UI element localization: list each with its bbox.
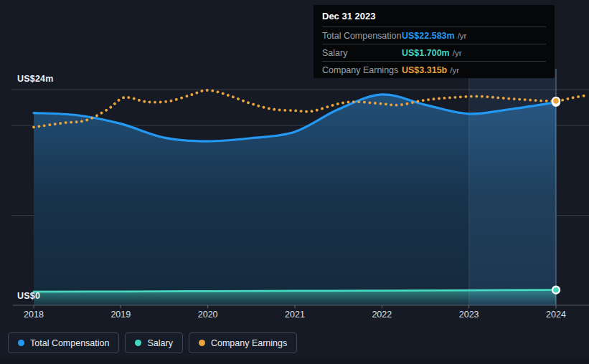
bottom-edge-strip: [0, 358, 589, 364]
tooltip-date-title: Dec 31 2023: [322, 5, 546, 27]
tooltip-row-salary: Salary US$1.700m /yr: [322, 44, 546, 61]
y-axis-label-top: US$24m: [17, 74, 54, 84]
company-earnings-end-marker[interactable]: [552, 97, 560, 105]
legend-item-company-earnings[interactable]: Company Earnings: [189, 332, 297, 353]
salary-dot-icon: [135, 340, 141, 346]
tooltip-row-value: US$3.315b: [402, 65, 447, 75]
x-axis-label: 2022: [360, 310, 403, 320]
y-axis-label-zero: US$0: [17, 291, 40, 301]
salary-end-marker[interactable]: [552, 287, 560, 294]
total-compensation-dot-icon: [18, 340, 24, 346]
x-axis-label: 2024: [534, 310, 578, 320]
legend-item-label: Total Compensation: [30, 338, 109, 348]
x-axis-label: 2019: [99, 310, 142, 320]
tooltip-row-total-compensation: Total Compensation US$22.583m /yr: [322, 27, 546, 44]
tooltip-row-value: US$1.700m: [402, 48, 450, 58]
legend-item-salary[interactable]: Salary: [125, 332, 182, 353]
tooltip-row-label: Total Compensation: [322, 31, 402, 41]
tooltip-row-suffix: /yr: [450, 66, 459, 75]
x-axis-label: 2020: [187, 310, 230, 320]
tooltip-row-value: US$22.583m: [402, 31, 455, 41]
tooltip-row-suffix: /yr: [453, 49, 462, 57]
x-axis-label: 2023: [448, 310, 491, 320]
compensation-chart-page: { "colors": { "background": "#151a24", "…: [0, 0, 589, 364]
legend-item-total-compensation[interactable]: Total Compensation: [8, 332, 119, 353]
chart-legend: Total Compensation Salary Company Earnin…: [8, 332, 297, 353]
legend-item-label: Salary: [147, 338, 172, 348]
company-earnings-dot-icon: [199, 340, 205, 346]
tooltip-row-company-earnings: Company Earnings US$3.315b /yr: [322, 61, 546, 78]
tooltip-row-label: Company Earnings: [322, 65, 402, 75]
chart-tooltip: Dec 31 2023 Total Compensation US$22.583…: [314, 5, 555, 78]
tooltip-row-suffix: /yr: [458, 32, 467, 40]
x-axis-label: 2018: [12, 310, 55, 320]
legend-item-label: Company Earnings: [211, 338, 287, 348]
tooltip-row-label: Salary: [322, 48, 402, 58]
x-axis-label: 2021: [273, 310, 316, 320]
